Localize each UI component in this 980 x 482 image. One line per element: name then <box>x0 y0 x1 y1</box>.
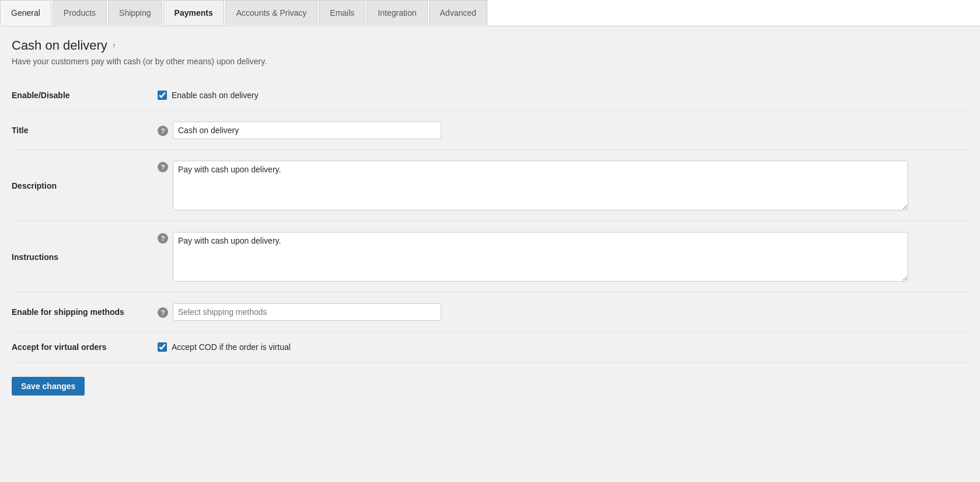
title-row: Title ? <box>12 111 968 150</box>
payment-methods-link[interactable] <box>112 40 116 51</box>
tab-link-integration[interactable]: Integration <box>367 0 427 25</box>
tab-emails[interactable]: Emails <box>319 0 367 26</box>
tab-advanced[interactable]: Advanced <box>429 0 489 26</box>
page-heading: Cash on delivery <box>12 38 968 53</box>
virtual-orders-row: Accept for virtual orders Accept COD if … <box>12 332 968 363</box>
instructions-row: Instructions ? <box>12 221 968 293</box>
title-help-icon[interactable]: ? <box>158 126 168 136</box>
main-content: Cash on delivery Have your customers pay… <box>0 26 980 413</box>
shipping-methods-input[interactable] <box>173 303 441 321</box>
virtual-orders-label: Accept for virtual orders <box>12 332 152 363</box>
tabs-list: GeneralProductsShippingPaymentsAccounts … <box>0 0 980 26</box>
description-row: Description ? <box>12 150 968 221</box>
instructions-textarea[interactable] <box>173 232 908 282</box>
tab-link-emails[interactable]: Emails <box>319 0 365 25</box>
shipping-methods-label: Enable for shipping methods <box>12 293 152 332</box>
shipping-methods-row: Enable for shipping methods ? <box>12 293 968 332</box>
title-label: Title <box>12 111 152 150</box>
shipping-methods-field: ? <box>152 293 968 331</box>
accept-virtual-checkbox[interactable] <box>158 342 167 352</box>
tab-shipping[interactable]: Shipping <box>108 0 163 26</box>
accept-virtual-label: Accept COD if the order is virtual <box>172 342 291 352</box>
settings-form: Enable/Disable Enable cash on delivery T… <box>12 80 968 363</box>
tab-products[interactable]: Products <box>53 0 108 26</box>
enable-disable-field: Enable cash on delivery <box>152 80 968 111</box>
description-label: Description <box>12 150 152 221</box>
title-input[interactable] <box>173 122 441 139</box>
page-title: Cash on delivery <box>12 38 107 53</box>
enable-disable-row: Enable/Disable Enable cash on delivery <box>12 80 968 111</box>
tab-accounts-privacy[interactable]: Accounts & Privacy <box>225 0 319 26</box>
enable-cod-checkbox[interactable] <box>158 91 167 100</box>
description-field: ? <box>152 150 968 221</box>
enable-cod-label: Enable cash on delivery <box>172 91 259 100</box>
shipping-methods-help-icon[interactable]: ? <box>158 307 168 318</box>
virtual-orders-checkbox-row: Accept COD if the order is virtual <box>158 342 962 352</box>
tab-link-payments[interactable]: Payments <box>163 0 224 26</box>
arrow-up-icon <box>112 40 116 51</box>
enable-disable-label: Enable/Disable <box>12 80 152 111</box>
tab-link-advanced[interactable]: Advanced <box>429 0 487 25</box>
tab-payments[interactable]: Payments <box>163 0 225 26</box>
tab-link-accounts-privacy[interactable]: Accounts & Privacy <box>225 0 318 25</box>
instructions-help-icon[interactable]: ? <box>158 233 168 244</box>
save-changes-button[interactable]: Save changes <box>12 377 85 396</box>
instructions-label: Instructions <box>12 221 152 293</box>
enable-disable-checkbox-row: Enable cash on delivery <box>158 91 962 100</box>
tab-integration[interactable]: Integration <box>367 0 428 26</box>
tab-link-products[interactable]: Products <box>53 0 107 25</box>
page-subheading: Have your customers pay with cash (or by… <box>12 57 968 66</box>
virtual-orders-field: Accept COD if the order is virtual <box>152 332 968 363</box>
description-help-icon[interactable]: ? <box>158 162 168 172</box>
tab-link-general[interactable]: General <box>0 0 51 25</box>
tab-general[interactable]: General <box>0 0 53 26</box>
description-textarea[interactable] <box>173 161 908 210</box>
tab-bar: GeneralProductsShippingPaymentsAccounts … <box>0 0 980 26</box>
title-field: ? <box>152 111 968 150</box>
instructions-field: ? <box>152 221 968 292</box>
tab-link-shipping[interactable]: Shipping <box>108 0 162 25</box>
